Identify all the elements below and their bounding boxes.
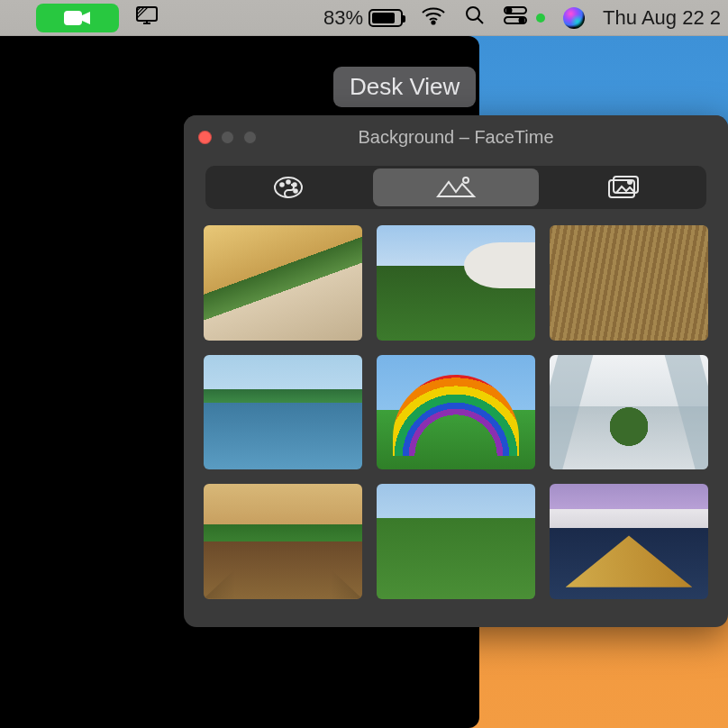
segment-scenic[interactable] — [373, 168, 538, 206]
background-settings-window: Background – FaceTime — [184, 115, 728, 627]
fullscreen-button[interactable] — [243, 131, 257, 144]
landscape-icon — [435, 174, 477, 201]
search-icon[interactable] — [464, 5, 486, 32]
segment-photo-library[interactable] — [541, 166, 706, 209]
background-thumbnail-grid — [184, 213, 728, 612]
control-center-icon[interactable] — [504, 6, 527, 30]
bg-thumb-garden-path[interactable] — [377, 484, 535, 599]
macos-menubar: 83% Thu Aug 22 2 — [0, 0, 728, 36]
bg-thumb-wooden-walkway[interactable] — [204, 484, 362, 599]
photos-icon — [606, 175, 641, 200]
minimize-button[interactable] — [221, 131, 234, 144]
traffic-lights — [198, 131, 257, 144]
battery-percent-text: 83% — [323, 6, 363, 30]
svg-point-7 — [520, 18, 524, 23]
bg-thumb-wood-slats[interactable] — [550, 225, 708, 341]
battery-status[interactable]: 83% — [323, 6, 403, 30]
svg-point-9 — [280, 183, 284, 187]
bg-thumb-rainbow-stage[interactable] — [377, 355, 535, 470]
bg-thumb-apple-park-ring[interactable] — [377, 225, 535, 341]
svg-point-10 — [287, 180, 290, 184]
window-title: Background – FaceTime — [184, 127, 728, 148]
svg-point-3 — [467, 7, 479, 20]
background-type-segment — [205, 166, 706, 209]
bg-thumb-light-atrium[interactable] — [550, 355, 708, 470]
segment-color-fill[interactable] — [205, 166, 370, 209]
svg-point-13 — [463, 177, 469, 183]
screenshare-icon[interactable] — [135, 5, 159, 31]
camera-active-indicator[interactable] — [36, 4, 119, 32]
date-time-display[interactable]: Thu Aug 22 2 — [603, 6, 721, 30]
palette-icon — [271, 174, 305, 201]
bg-thumb-theater-dusk[interactable] — [550, 484, 708, 599]
svg-point-16 — [628, 180, 632, 184]
battery-icon — [369, 9, 403, 27]
close-button[interactable] — [198, 131, 212, 144]
svg-point-5 — [507, 8, 512, 13]
wifi-icon[interactable] — [421, 5, 446, 31]
camera-icon — [63, 9, 92, 27]
svg-point-12 — [294, 189, 297, 193]
bg-thumb-pond-trees[interactable] — [204, 355, 362, 470]
siri-icon[interactable] — [563, 7, 585, 29]
window-titlebar[interactable]: Background – FaceTime — [184, 115, 728, 159]
svg-rect-0 — [64, 11, 82, 25]
desk-view-button[interactable]: Desk View — [333, 67, 476, 107]
svg-rect-1 — [137, 7, 157, 21]
bg-thumb-apple-park-spiral[interactable] — [204, 225, 362, 341]
privacy-indicator-dot — [536, 14, 545, 23]
svg-point-2 — [432, 21, 435, 23]
